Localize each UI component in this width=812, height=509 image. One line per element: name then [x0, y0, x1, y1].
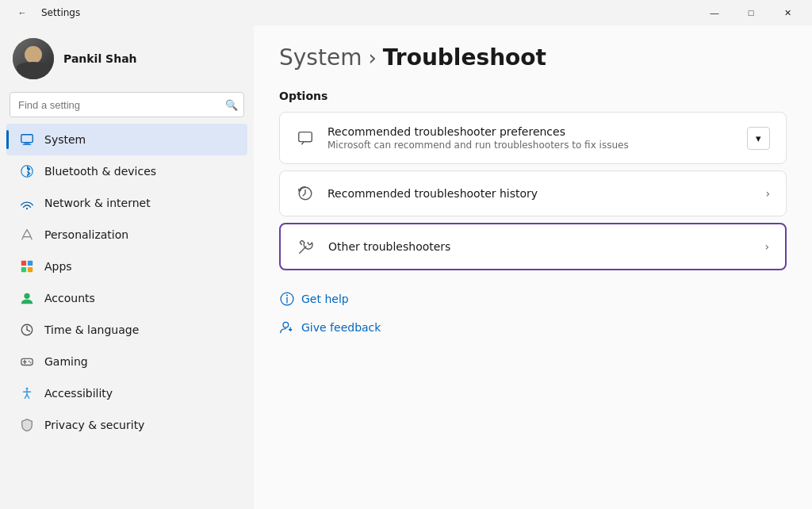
svg-point-19 [26, 388, 29, 390]
card-item-text-other: Other troubleshooters [328, 240, 752, 253]
card-recommended-history: Recommended troubleshooter history › [279, 170, 787, 216]
sidebar-item-label-bluetooth: Bluetooth & devices [44, 165, 156, 178]
svg-rect-24 [299, 132, 312, 142]
section-options-label: Options [279, 90, 787, 102]
apps-icon [19, 258, 35, 274]
sidebar-item-network[interactable]: Network & internet [6, 187, 247, 219]
chevron-right-icon-other: › [764, 240, 769, 253]
breadcrumb-separator: › [368, 46, 376, 70]
sidebar-item-label-apps: Apps [44, 260, 72, 273]
sidebar-item-privacy[interactable]: Privacy & security [6, 409, 247, 441]
right-panel: System › Troubleshoot Options Recommende… [254, 25, 812, 509]
svg-line-23 [27, 395, 29, 399]
svg-rect-8 [21, 267, 26, 272]
card-action-history: › [765, 187, 770, 200]
card-item-text-prefs: Recommended troubleshooter preferences M… [327, 125, 734, 151]
app-title: Settings [41, 7, 80, 18]
dropdown-button-prefs[interactable]: ▾ [747, 127, 770, 150]
sidebar-item-label-privacy: Privacy & security [44, 419, 144, 431]
chat-bubble-icon [296, 128, 315, 147]
svg-rect-6 [21, 261, 26, 266]
back-button[interactable]: ← [10, 0, 35, 25]
gaming-icon [19, 354, 35, 369]
sidebar-item-label-system: System [44, 133, 86, 146]
svg-rect-1 [24, 144, 29, 144]
svg-rect-9 [28, 267, 33, 272]
search-icon: 🔍 [225, 99, 238, 111]
user-name: Pankil Shah [63, 52, 137, 65]
user-profile[interactable]: Pankil Shah [0, 25, 254, 92]
sidebar-item-accessibility[interactable]: Accessibility [6, 377, 247, 409]
sidebar-item-system[interactable]: System [6, 124, 247, 155]
sidebar-item-accounts[interactable]: Accounts [6, 282, 247, 314]
svg-rect-0 [21, 135, 33, 143]
sidebar-item-personalization[interactable]: Personalization [6, 219, 247, 251]
card-title-other: Other troubleshooters [328, 240, 752, 253]
wrench-icon [297, 237, 316, 256]
card-item-recommended-prefs[interactable]: Recommended troubleshooter preferences M… [280, 113, 786, 163]
sidebar-item-label-accessibility: Accessibility [44, 387, 113, 400]
svg-point-10 [24, 293, 29, 299]
svg-rect-7 [28, 261, 33, 266]
window-controls: — □ ✕ [696, 0, 806, 25]
card-action-other: › [764, 240, 769, 253]
give-feedback-link[interactable]: Give feedback [279, 315, 787, 340]
time-icon [19, 322, 35, 338]
history-icon [296, 184, 315, 203]
svg-rect-2 [23, 144, 32, 145]
sidebar-item-label-personalization: Personalization [44, 228, 128, 241]
get-help-icon [279, 291, 295, 307]
give-feedback-label: Give feedback [301, 321, 381, 334]
title-bar-left: ← Settings [10, 0, 80, 25]
main-content: Pankil Shah 🔍 System [0, 25, 812, 509]
search-box: 🔍 [10, 92, 244, 117]
card-subtitle-prefs: Microsoft can recommend and run troubles… [327, 140, 734, 151]
sidebar-item-label-network: Network & internet [44, 197, 151, 209]
sidebar-item-label-gaming: Gaming [44, 355, 88, 368]
network-icon [19, 195, 35, 211]
svg-point-18 [30, 362, 32, 363]
card-action-prefs: ▾ [747, 127, 770, 150]
bluetooth-icon [19, 163, 35, 179]
card-title-prefs: Recommended troubleshooter preferences [327, 125, 734, 138]
sidebar-item-bluetooth[interactable]: Bluetooth & devices [6, 155, 247, 187]
svg-point-27 [286, 294, 288, 296]
search-input[interactable] [10, 92, 244, 117]
get-help-label: Get help [301, 293, 349, 305]
card-recommended-prefs: Recommended troubleshooter preferences M… [279, 112, 787, 164]
card-item-history[interactable]: Recommended troubleshooter history › [280, 171, 786, 216]
svg-point-28 [283, 322, 289, 327]
chevron-right-icon-history: › [765, 187, 770, 200]
avatar [13, 38, 54, 79]
sidebar: Pankil Shah 🔍 System [0, 25, 254, 509]
sidebar-item-time[interactable]: Time & language [6, 314, 247, 346]
sidebar-item-gaming[interactable]: Gaming [6, 346, 247, 377]
minimize-button[interactable]: — [696, 0, 733, 25]
maximize-button[interactable]: □ [733, 0, 769, 25]
privacy-icon [19, 417, 35, 433]
chevron-down-icon: ▾ [756, 132, 761, 144]
svg-point-17 [29, 361, 30, 362]
svg-line-22 [25, 395, 27, 399]
breadcrumb-current: Troubleshoot [383, 44, 546, 71]
card-item-other[interactable]: Other troubleshooters › [281, 224, 785, 269]
breadcrumb-parent[interactable]: System [279, 44, 362, 71]
get-help-link[interactable]: Get help [279, 286, 787, 312]
give-feedback-icon [279, 320, 295, 335]
breadcrumb: System › Troubleshoot [279, 44, 787, 71]
card-other-troubleshooters: Other troubleshooters › [279, 223, 787, 270]
accessibility-icon [19, 385, 35, 401]
card-item-text-history: Recommended troubleshooter history [327, 187, 753, 200]
svg-point-4 [26, 208, 28, 209]
sidebar-item-label-time: Time & language [44, 323, 139, 336]
sidebar-item-apps[interactable]: Apps [6, 251, 247, 282]
links-section: Get help Give feedback [279, 286, 787, 340]
card-title-history: Recommended troubleshooter history [327, 187, 753, 200]
system-icon [19, 132, 35, 147]
close-button[interactable]: ✕ [769, 0, 806, 25]
sidebar-item-label-accounts: Accounts [44, 292, 95, 304]
svg-line-13 [27, 330, 30, 331]
title-bar: ← Settings — □ ✕ [0, 0, 812, 25]
personalization-icon [19, 227, 35, 243]
accounts-icon [19, 290, 35, 306]
